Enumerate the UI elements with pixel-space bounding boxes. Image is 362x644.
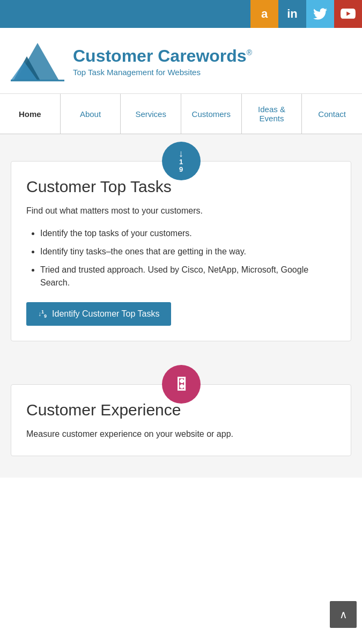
logo-title: Customer Carewords®	[73, 47, 252, 65]
nav-services[interactable]: Services	[121, 94, 181, 134]
button-icon: ↓19	[38, 309, 47, 319]
list-item: Identify tiny tasks–the ones that are ge…	[40, 245, 336, 258]
list-item: Tried and trusted approach. Used by Cisc…	[40, 264, 336, 289]
youtube-play	[341, 8, 356, 20]
top-tasks-badge: ↓ 1 9	[162, 142, 201, 180]
list-item: Identify the top tasks of your customers…	[40, 227, 336, 240]
linkedin-icon[interactable]: in	[278, 0, 306, 28]
experience-title: Customer Experience	[26, 401, 336, 419]
button-label: Identify Customer Top Tasks	[52, 309, 159, 319]
top-tasks-card: Customer Top Tasks Find out what matters…	[11, 161, 351, 341]
logo-title-part1: Customer Care	[73, 46, 196, 65]
identify-top-tasks-button[interactable]: ↓19 Identify Customer Top Tasks	[26, 302, 171, 326]
top-tasks-title: Customer Top Tasks	[26, 178, 336, 196]
badge-arrow: ↓	[179, 149, 183, 158]
logo-text: Customer Carewords® Top Task Management …	[73, 47, 252, 77]
nav-contact[interactable]: Contact	[302, 94, 362, 134]
top-tasks-section: ↓ 1 9 Customer Top Tasks Find out what m…	[11, 134, 351, 341]
experience-badge: 🎛	[162, 365, 201, 404]
top-tasks-list: Identify the top tasks of your customers…	[26, 227, 336, 289]
logo-trademark: ®	[247, 48, 252, 57]
top-tasks-intro: Find out what matters most to your custo…	[26, 204, 336, 217]
experience-badge-icon: 🎛	[174, 376, 189, 393]
logo-graphic	[11, 38, 64, 86]
social-bar: a in	[0, 0, 362, 28]
logo-area: Customer Carewords® Top Task Management …	[0, 28, 362, 94]
main-content: ↓ 1 9 Customer Top Tasks Find out what m…	[0, 134, 362, 478]
logo-title-part2: words	[196, 46, 246, 65]
nav-ideas-events[interactable]: Ideas & Events	[242, 94, 302, 134]
badge-nums: 1 9	[179, 158, 183, 174]
badge-num1: 1	[179, 158, 183, 166]
amazon-letter: a	[261, 7, 268, 21]
youtube-icon[interactable]	[334, 0, 362, 28]
logo-subtitle: Top Task Management for Websites	[73, 68, 252, 77]
nav-home[interactable]: Home	[0, 94, 61, 134]
badge-num2: 9	[179, 166, 183, 173]
amazon-icon[interactable]: a	[250, 0, 278, 28]
twitter-bird	[313, 8, 327, 20]
twitter-icon[interactable]	[306, 0, 334, 28]
nav-about[interactable]: About	[61, 94, 121, 134]
nav-bar: Home About Services Customers Ideas & Ev…	[0, 94, 362, 134]
linkedin-letter: in	[287, 7, 298, 21]
badge-inner: ↓ 1 9	[179, 149, 183, 174]
customer-experience-section: 🎛 Customer Experience Measure customer e…	[11, 357, 351, 462]
experience-intro: Measure customer experience on your webs…	[26, 428, 336, 441]
nav-customers[interactable]: Customers	[181, 94, 242, 134]
